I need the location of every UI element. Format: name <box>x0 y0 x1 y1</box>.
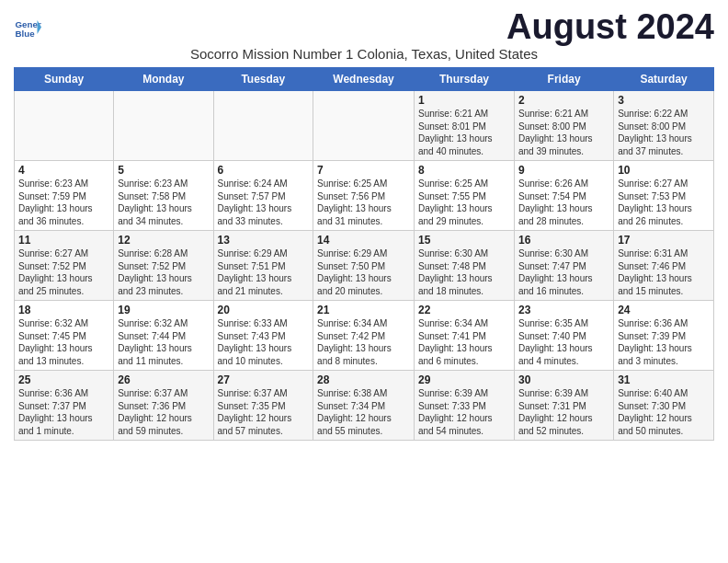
day-info: Sunrise: 6:32 AMSunset: 7:45 PMDaylight:… <box>18 317 109 367</box>
day-number: 16 <box>518 234 609 247</box>
day-info: Sunrise: 6:29 AMSunset: 7:51 PMDaylight:… <box>218 247 310 297</box>
day-info: Sunrise: 6:32 AMSunset: 7:44 PMDaylight:… <box>118 317 209 367</box>
day-number: 8 <box>418 164 510 177</box>
calendar-cell: 23Sunrise: 6:35 AMSunset: 7:40 PMDayligh… <box>514 301 613 371</box>
calendar-cell <box>213 91 313 161</box>
day-number: 2 <box>518 94 609 107</box>
day-number: 10 <box>618 164 710 177</box>
calendar-cell: 17Sunrise: 6:31 AMSunset: 7:46 PMDayligh… <box>614 231 714 301</box>
day-info: Sunrise: 6:33 AMSunset: 7:43 PMDaylight:… <box>218 317 310 367</box>
day-number: 26 <box>118 373 209 386</box>
day-info: Sunrise: 6:36 AMSunset: 7:37 PMDaylight:… <box>18 387 109 437</box>
calendar-table: SundayMondayTuesdayWednesdayThursdayFrid… <box>14 67 714 441</box>
day-info: Sunrise: 6:27 AMSunset: 7:53 PMDaylight:… <box>618 178 710 227</box>
day-info: Sunrise: 6:39 AMSunset: 7:31 PMDaylight:… <box>518 387 609 437</box>
calendar-cell: 24Sunrise: 6:36 AMSunset: 7:39 PMDayligh… <box>614 301 714 371</box>
weekday-row: SundayMondayTuesdayWednesdayThursdayFrid… <box>15 68 714 91</box>
calendar-header: SundayMondayTuesdayWednesdayThursdayFrid… <box>15 68 714 91</box>
day-number: 1 <box>418 94 510 107</box>
day-number: 5 <box>118 164 209 177</box>
day-info: Sunrise: 6:34 AMSunset: 7:41 PMDaylight:… <box>418 317 510 367</box>
day-number: 21 <box>317 304 410 316</box>
calendar-cell: 28Sunrise: 6:38 AMSunset: 7:34 PMDayligh… <box>313 371 415 441</box>
weekday-header-sunday: Sunday <box>15 68 114 91</box>
weekday-header-tuesday: Tuesday <box>213 68 313 91</box>
calendar-cell: 5Sunrise: 6:23 AMSunset: 7:58 PMDaylight… <box>114 161 213 231</box>
day-number: 15 <box>418 234 510 247</box>
day-number: 17 <box>618 234 710 247</box>
day-info: Sunrise: 6:26 AMSunset: 7:54 PMDaylight:… <box>518 178 609 227</box>
calendar-cell: 26Sunrise: 6:37 AMSunset: 7:36 PMDayligh… <box>114 371 213 441</box>
calendar-cell: 15Sunrise: 6:30 AMSunset: 7:48 PMDayligh… <box>414 231 514 301</box>
calendar-week-2: 4Sunrise: 6:23 AMSunset: 7:59 PMDaylight… <box>15 161 714 231</box>
day-number: 7 <box>317 164 410 177</box>
calendar-cell: 3Sunrise: 6:22 AMSunset: 8:00 PMDaylight… <box>614 91 714 161</box>
day-number: 12 <box>118 234 209 247</box>
day-number: 6 <box>218 164 310 177</box>
calendar-week-5: 25Sunrise: 6:36 AMSunset: 7:37 PMDayligh… <box>15 371 714 441</box>
calendar-cell: 29Sunrise: 6:39 AMSunset: 7:33 PMDayligh… <box>414 371 514 441</box>
calendar-cell: 12Sunrise: 6:28 AMSunset: 7:52 PMDayligh… <box>114 231 213 301</box>
logo: General Blue <box>14 15 41 42</box>
calendar-cell <box>313 91 415 161</box>
day-info: Sunrise: 6:39 AMSunset: 7:33 PMDaylight:… <box>418 387 510 437</box>
calendar-cell: 2Sunrise: 6:21 AMSunset: 8:00 PMDaylight… <box>514 91 613 161</box>
calendar-week-1: 1Sunrise: 6:21 AMSunset: 8:01 PMDaylight… <box>15 91 714 161</box>
day-number: 29 <box>418 373 510 386</box>
day-info: Sunrise: 6:21 AMSunset: 8:00 PMDaylight:… <box>518 108 609 157</box>
weekday-header-saturday: Saturday <box>614 68 714 91</box>
day-number: 14 <box>317 234 410 247</box>
calendar-cell: 27Sunrise: 6:37 AMSunset: 7:35 PMDayligh… <box>213 371 313 441</box>
day-info: Sunrise: 6:37 AMSunset: 7:35 PMDaylight:… <box>218 387 310 437</box>
logo-icon: General Blue <box>14 15 41 42</box>
calendar-cell: 19Sunrise: 6:32 AMSunset: 7:44 PMDayligh… <box>114 301 213 371</box>
weekday-header-friday: Friday <box>514 68 613 91</box>
calendar-cell: 10Sunrise: 6:27 AMSunset: 7:53 PMDayligh… <box>614 161 714 231</box>
day-info: Sunrise: 6:37 AMSunset: 7:36 PMDaylight:… <box>118 387 209 437</box>
day-info: Sunrise: 6:30 AMSunset: 7:47 PMDaylight:… <box>518 247 609 297</box>
day-number: 13 <box>218 234 310 247</box>
calendar-cell: 21Sunrise: 6:34 AMSunset: 7:42 PMDayligh… <box>313 301 415 371</box>
day-number: 30 <box>518 373 609 386</box>
calendar-cell: 6Sunrise: 6:24 AMSunset: 7:57 PMDaylight… <box>213 161 313 231</box>
calendar-cell: 11Sunrise: 6:27 AMSunset: 7:52 PMDayligh… <box>15 231 114 301</box>
day-info: Sunrise: 6:25 AMSunset: 7:55 PMDaylight:… <box>418 178 510 227</box>
location-subtitle: Socorro Mission Number 1 Colonia, Texas,… <box>14 46 714 62</box>
day-info: Sunrise: 6:21 AMSunset: 8:01 PMDaylight:… <box>418 108 510 157</box>
weekday-header-thursday: Thursday <box>414 68 514 91</box>
calendar-body: 1Sunrise: 6:21 AMSunset: 8:01 PMDaylight… <box>15 91 714 441</box>
calendar-cell: 13Sunrise: 6:29 AMSunset: 7:51 PMDayligh… <box>213 231 313 301</box>
day-number: 31 <box>618 373 710 386</box>
day-info: Sunrise: 6:31 AMSunset: 7:46 PMDaylight:… <box>618 247 710 297</box>
calendar-cell: 22Sunrise: 6:34 AMSunset: 7:41 PMDayligh… <box>414 301 514 371</box>
day-number: 19 <box>118 304 209 316</box>
page-header: General Blue August 2024 <box>14 9 714 44</box>
day-info: Sunrise: 6:35 AMSunset: 7:40 PMDaylight:… <box>518 317 609 367</box>
calendar-cell: 30Sunrise: 6:39 AMSunset: 7:31 PMDayligh… <box>514 371 613 441</box>
day-number: 4 <box>18 164 109 177</box>
calendar-cell: 4Sunrise: 6:23 AMSunset: 7:59 PMDaylight… <box>15 161 114 231</box>
calendar-cell <box>114 91 213 161</box>
day-number: 24 <box>618 304 710 316</box>
day-number: 23 <box>518 304 609 316</box>
calendar-cell: 7Sunrise: 6:25 AMSunset: 7:56 PMDaylight… <box>313 161 415 231</box>
day-number: 25 <box>18 373 109 386</box>
calendar-cell: 8Sunrise: 6:25 AMSunset: 7:55 PMDaylight… <box>414 161 514 231</box>
day-number: 11 <box>18 234 109 247</box>
calendar-week-4: 18Sunrise: 6:32 AMSunset: 7:45 PMDayligh… <box>15 301 714 371</box>
calendar-cell: 25Sunrise: 6:36 AMSunset: 7:37 PMDayligh… <box>15 371 114 441</box>
calendar-cell <box>15 91 114 161</box>
calendar-cell: 18Sunrise: 6:32 AMSunset: 7:45 PMDayligh… <box>15 301 114 371</box>
svg-text:Blue: Blue <box>16 29 36 39</box>
day-info: Sunrise: 6:34 AMSunset: 7:42 PMDaylight:… <box>317 317 410 367</box>
day-info: Sunrise: 6:25 AMSunset: 7:56 PMDaylight:… <box>317 178 410 227</box>
calendar-cell: 20Sunrise: 6:33 AMSunset: 7:43 PMDayligh… <box>213 301 313 371</box>
day-number: 3 <box>618 94 710 107</box>
day-info: Sunrise: 6:40 AMSunset: 7:30 PMDaylight:… <box>618 387 710 437</box>
day-number: 20 <box>218 304 310 316</box>
day-number: 18 <box>18 304 109 316</box>
calendar-cell: 31Sunrise: 6:40 AMSunset: 7:30 PMDayligh… <box>614 371 714 441</box>
day-info: Sunrise: 6:24 AMSunset: 7:57 PMDaylight:… <box>218 178 310 227</box>
weekday-header-monday: Monday <box>114 68 213 91</box>
month-year-title: August 2024 <box>506 9 714 44</box>
